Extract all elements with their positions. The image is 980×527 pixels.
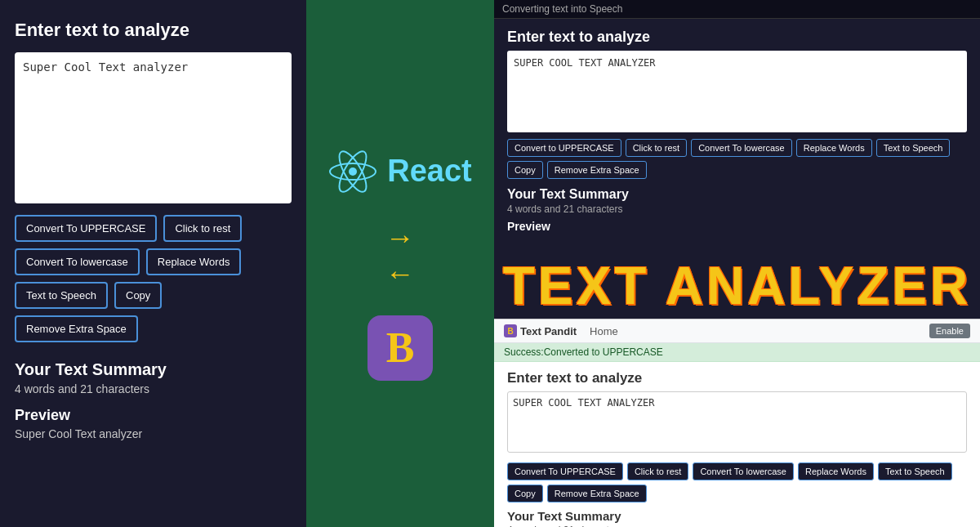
tw-btn-copy[interactable]: Copy [507, 161, 543, 179]
tw-btn-replace[interactable]: Replace Words [796, 139, 872, 157]
top-window-textarea[interactable]: SUPER COOL TEXT ANALYZER [507, 51, 967, 132]
bw-btn-tts[interactable]: Text to Speech [878, 462, 952, 480]
main-buttons-row: Convert To UPPERCASE Click to rest Conve… [15, 215, 292, 342]
bw-btn-remove-space[interactable]: Remove Extra Space [547, 485, 647, 502]
brand-label: Text Pandit [520, 325, 577, 337]
bw-btn-copy[interactable]: Copy [507, 485, 543, 502]
bottom-titlebar: B Text Pandit Home Enable [494, 319, 980, 343]
tw-btn-reset[interactable]: Click to rest [626, 139, 687, 157]
arrows: → ← [385, 221, 415, 291]
summary-text: 4 words and 21 characters [15, 382, 292, 395]
text-analyzer-banner: TEXT AnALYZER [494, 253, 980, 319]
btn-copy[interactable]: Copy [114, 282, 162, 309]
nav-home[interactable]: Home [590, 325, 618, 337]
tw-btn-uppercase[interactable]: Convert to UPPERCASE [507, 139, 621, 157]
preview-text: Super Cool Text analyzer [15, 427, 292, 440]
arrow-right-icon: → [385, 221, 415, 255]
bw-btn-replace[interactable]: Replace Words [798, 462, 874, 480]
bw-btn-uppercase[interactable]: Convert To UPPERCASE [507, 462, 623, 480]
banner-text: TEXT AnALYZER [503, 256, 972, 316]
main-textarea[interactable]: Super Cool Text analyzer [15, 52, 292, 203]
right-bottom-window: B Text Pandit Home Enable Success:Conver… [494, 319, 980, 527]
arrow-left-icon: ← [385, 257, 415, 291]
top-window-content: Enter text to analyze SUPER COOL TEXT AN… [494, 19, 980, 253]
btn-tts[interactable]: Text to Speech [15, 282, 108, 309]
react-icon [328, 147, 377, 196]
summary-heading: Your Text Summary [15, 360, 292, 379]
top-summary-heading: Your Text Summary [507, 187, 967, 202]
bootstrap-label: B [386, 324, 415, 372]
brand-icon: B [504, 324, 517, 337]
react-label: React [387, 154, 472, 189]
top-window-heading: Enter text to analyze [507, 29, 967, 46]
summary-section: Your Text Summary 4 words and 21 charact… [15, 360, 292, 440]
preview-label: Preview [15, 407, 292, 424]
top-preview-label: Preview [507, 220, 967, 233]
tw-btn-tts[interactable]: Text to Speech [876, 139, 951, 157]
bottom-buttons: Convert To UPPERCASE Click to rest Conve… [507, 462, 967, 502]
success-bar: Success:Converted to UPPERCASE [494, 343, 980, 362]
left-panel: Enter text to analyze Super Cool Text an… [0, 0, 306, 527]
top-window-buttons: Convert to UPPERCASE Click to rest Conve… [507, 139, 967, 179]
right-panel: Converting text into Speech Enter text t… [494, 0, 980, 527]
right-top-window: Converting text into Speech Enter text t… [494, 0, 980, 253]
btn-remove-space[interactable]: Remove Extra Space [15, 315, 138, 342]
bootstrap-logo: B [368, 315, 433, 381]
btn-reset[interactable]: Click to rest [163, 215, 242, 242]
tw-btn-remove-space[interactable]: Remove Extra Space [547, 161, 647, 179]
tw-btn-lowercase[interactable]: Convert To lowercase [691, 139, 792, 157]
bw-btn-reset[interactable]: Click to rest [627, 462, 688, 480]
top-summary-text: 4 words and 21 characters [507, 203, 967, 215]
bottom-summary-heading: Your Text Summary [507, 509, 967, 523]
btn-uppercase[interactable]: Convert To UPPERCASE [15, 215, 157, 242]
bottom-textarea[interactable]: SUPER COOL TEXT ANALYZER [507, 391, 967, 453]
brand: B Text Pandit [504, 324, 577, 337]
bottom-heading: Enter text to analyze [507, 370, 967, 386]
bottom-content: Enter text to analyze SUPER COOL TEXT AN… [494, 362, 980, 527]
react-logo: React [328, 147, 472, 196]
left-heading: Enter text to analyze [15, 20, 292, 41]
enable-button[interactable]: Enable [929, 324, 970, 338]
bottom-summary: Your Text Summary 4 words and 21 charact… [507, 509, 967, 527]
bw-btn-lowercase[interactable]: Convert To lowercase [693, 462, 794, 480]
btn-lowercase[interactable]: Convert To lowercase [15, 248, 140, 275]
top-window-titlebar: Converting text into Speech [494, 0, 980, 19]
top-window-summary: Your Text Summary 4 words and 21 charact… [507, 187, 967, 233]
svg-point-0 [349, 167, 357, 176]
btn-replace[interactable]: Replace Words [146, 248, 242, 275]
middle-panel: React → ← B [306, 0, 494, 527]
